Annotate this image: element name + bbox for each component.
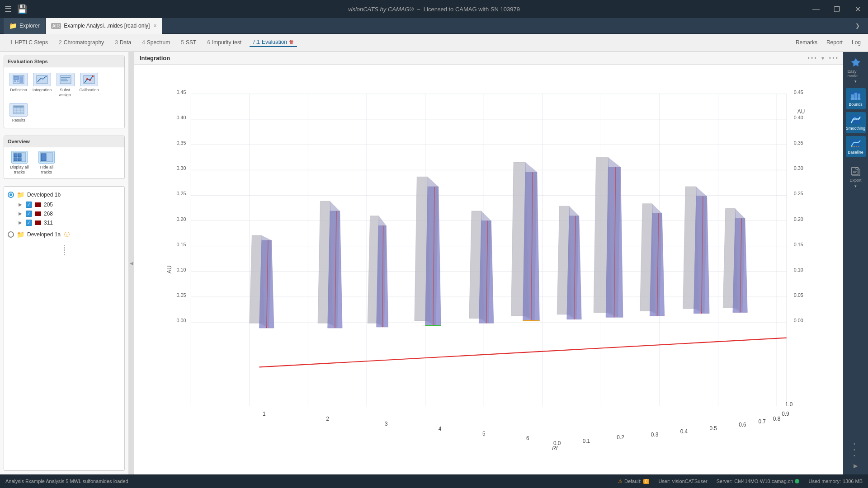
expand-268[interactable]: ▶: [19, 211, 23, 216]
info-icon-1a[interactable]: ⓘ: [64, 231, 70, 239]
chart-toolbar-dots: • • • ▾ • • •: [807, 55, 838, 61]
eval-step-definition[interactable]: Definition: [8, 71, 29, 99]
svg-text:0.20: 0.20: [177, 216, 186, 222]
nav-step-1[interactable]: 1 HPTLC Steps: [7, 38, 51, 47]
svg-text:1: 1: [263, 411, 266, 417]
hide-all-tracks-btn[interactable]: Hide all tracks: [35, 151, 58, 175]
eval-step-subst[interactable]: Subst. assign.: [55, 71, 76, 99]
nav-step-4[interactable]: 4 Spectrum: [139, 38, 173, 47]
chart-area: Integration • • • ▾ • • • AU AU 0.45 0.4…: [134, 52, 843, 474]
save-icon[interactable]: 💾: [17, 4, 27, 14]
tab-analysis-label: Example Analysi...mides [read-only]: [64, 23, 150, 29]
export-btn[interactable]: Export ▾: [846, 165, 866, 190]
title-bar: ☰ 💾 visionCATS by CAMAG® – Licensed to C…: [0, 0, 868, 18]
track-list: 📁 Developed 1b ▶ ✓ 205 ▶ ✓ 268: [4, 187, 124, 243]
scroll-down[interactable]: •: [854, 453, 858, 458]
easy-mode-arrow[interactable]: ▾: [854, 79, 857, 84]
svg-text:1.0: 1.0: [785, 401, 793, 408]
expand-311[interactable]: ▶: [19, 220, 23, 225]
v-dot-1: [64, 245, 65, 246]
svg-text:0.8: 0.8: [773, 416, 781, 422]
svg-text:0.5: 0.5: [709, 425, 717, 432]
nav-report[interactable]: Report: [826, 39, 843, 46]
track-group-1a-header[interactable]: 📁 Developed 1a ⓘ: [8, 229, 121, 240]
nav-step-6[interactable]: 6 Impurity test: [204, 38, 244, 47]
svg-text:0.35: 0.35: [794, 140, 803, 145]
scroll-up[interactable]: •: [854, 441, 858, 446]
folder-icon: 📁: [9, 22, 17, 29]
svg-text:0.25: 0.25: [177, 191, 186, 196]
v-scroll-dots: [4, 243, 124, 257]
track-group-1a: 📁 Developed 1a ⓘ: [4, 228, 124, 241]
close-tab-icon[interactable]: ×: [153, 23, 156, 29]
radio-1b[interactable]: [8, 192, 14, 198]
subst-label: Subst. assign.: [57, 88, 75, 98]
svg-text:0.05: 0.05: [794, 292, 803, 298]
smoothing-btn[interactable]: Smoothing: [846, 112, 866, 133]
svg-text:0.15: 0.15: [794, 242, 803, 247]
maximize-button[interactable]: ❐: [826, 0, 847, 18]
tab-explorer[interactable]: 📁 Explorer: [4, 18, 46, 34]
nav-step-71[interactable]: 7.1 Evaluation 🗑: [250, 38, 297, 47]
svg-text:0.2: 0.2: [617, 434, 624, 441]
svg-text:0.30: 0.30: [177, 165, 186, 171]
bounds-label: Bounds: [849, 102, 863, 107]
svg-text:2: 2: [326, 416, 329, 422]
bounds-btn[interactable]: Bounds: [846, 88, 866, 109]
nav-remarks[interactable]: Remarks: [796, 39, 817, 46]
tab-explorer-label: Explorer: [19, 23, 40, 29]
track-item-268[interactable]: ▶ ✓ 268: [8, 209, 121, 218]
dots-right[interactable]: • • •: [829, 55, 838, 61]
baseline-label: Baseline: [848, 150, 863, 155]
track-group-1b-header[interactable]: 📁 Developed 1b: [8, 189, 121, 200]
color-205: [35, 202, 41, 207]
nav-right: Remarks Report Log: [796, 39, 861, 46]
checkbox-205[interactable]: ✓: [26, 202, 32, 208]
track-item-311[interactable]: ▶ ✓ 311: [8, 218, 121, 227]
checkbox-268[interactable]: ✓: [26, 211, 32, 217]
close-button[interactable]: ✕: [847, 0, 868, 18]
checkbox-311[interactable]: ✓: [26, 220, 32, 226]
dots-left[interactable]: • • •: [807, 55, 816, 61]
svg-rect-6: [60, 75, 71, 84]
trash-icon[interactable]: 🗑: [289, 39, 294, 45]
export-arrow[interactable]: ▾: [854, 184, 857, 188]
display-all-tracks-btn[interactable]: Display all tracks: [8, 151, 31, 175]
eval-step-integration[interactable]: Integration: [31, 71, 53, 99]
eval-step-calibration[interactable]: Calibration: [78, 71, 100, 99]
overview-title: Overview: [4, 136, 124, 147]
nav-step-5[interactable]: 5 SST: [178, 38, 199, 47]
eval-steps-title: Evaluation Steps: [4, 56, 124, 67]
nav-step-2[interactable]: 2 Chromatography: [56, 38, 107, 47]
collapse-handle[interactable]: ◀: [129, 52, 134, 474]
dropdown-arrow[interactable]: ▾: [821, 55, 824, 61]
expand-205[interactable]: ▶: [19, 202, 23, 207]
svg-text:0.05: 0.05: [177, 292, 186, 298]
eval-step-results[interactable]: Results: [8, 101, 29, 125]
calibration-label: Calibration: [79, 88, 99, 93]
easy-mode-btn[interactable]: Easy mode ▾: [846, 56, 866, 85]
arrow-right[interactable]: ▶: [854, 463, 858, 469]
radio-1a[interactable]: [8, 231, 14, 238]
svg-point-11: [86, 78, 88, 80]
calibration-icon: [80, 73, 98, 86]
svg-rect-27: [41, 154, 46, 161]
svg-text:3: 3: [385, 421, 388, 427]
svg-text:0.35: 0.35: [177, 140, 186, 145]
analysis-icon: AIR: [51, 23, 61, 29]
nav-step-3[interactable]: 3 Data: [112, 38, 134, 47]
nav-log[interactable]: Log: [852, 39, 861, 46]
baseline-btn[interactable]: Baseline: [846, 136, 866, 157]
menu-icon[interactable]: ☰: [5, 4, 12, 14]
scroll-mid: •: [854, 447, 858, 452]
tab-analysis[interactable]: AIR Example Analysi...mides [read-only] …: [46, 18, 163, 34]
svg-text:0.00: 0.00: [177, 318, 186, 323]
svg-rect-15: [14, 106, 24, 108]
app-title: visionCATS by CAMAG® – Licensed to CAMAG…: [348, 6, 520, 13]
minimize-button[interactable]: —: [806, 0, 826, 18]
tab-chevron[interactable]: ❯: [851, 23, 864, 29]
status-bar: Analysis Example Analysis 5 MWL sulfonam…: [0, 474, 868, 488]
track-item-205[interactable]: ▶ ✓ 205: [8, 200, 121, 209]
track-group-1b-label: Developed 1b: [27, 192, 61, 198]
window-controls: — ❐ ✕: [806, 0, 868, 18]
